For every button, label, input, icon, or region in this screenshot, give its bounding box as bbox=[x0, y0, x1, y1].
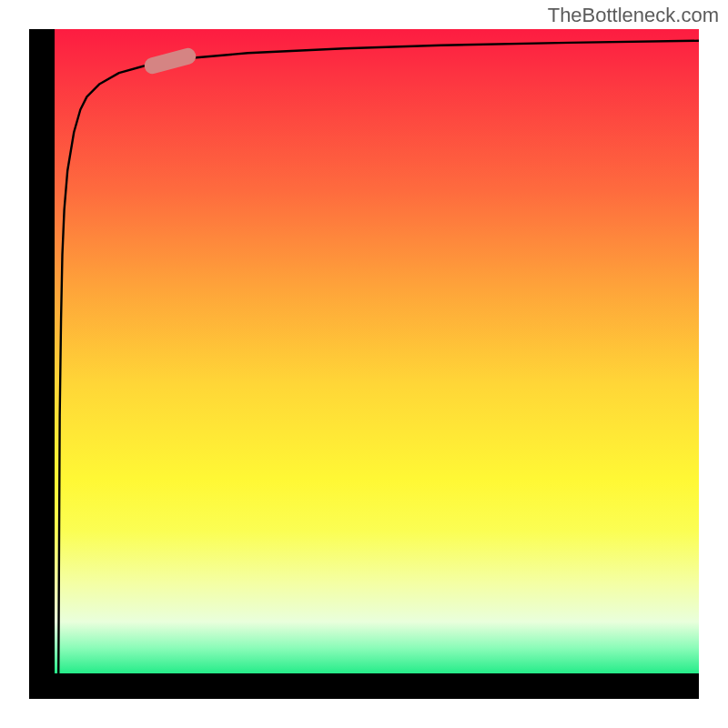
curve-line bbox=[55, 29, 699, 673]
plot-area bbox=[55, 29, 699, 673]
attribution-text: TheBottleneck.com bbox=[548, 4, 719, 27]
chart-frame bbox=[29, 29, 699, 699]
